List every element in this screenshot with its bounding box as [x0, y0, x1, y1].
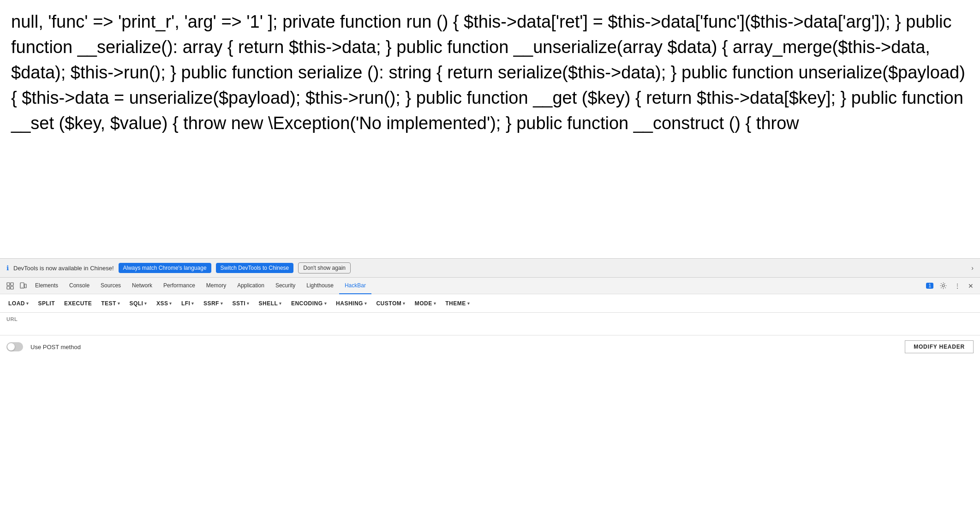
tab-network[interactable]: Network [126, 278, 158, 294]
code-text: null, 'func' => 'print_r', 'arg' => '1' … [11, 9, 969, 136]
url-label: URL [6, 316, 974, 322]
hackbar-sqli-button[interactable]: SQLI▾ [125, 298, 152, 309]
issues-badge: 1 [926, 283, 933, 289]
svg-rect-5 [24, 284, 26, 288]
devtools-tabs-bar: ElementsConsoleSourcesNetworkPerformance… [0, 278, 980, 294]
hackbar-lfi-button[interactable]: LFI▾ [177, 298, 199, 309]
svg-rect-1 [11, 283, 13, 285]
hackbar-mode-button[interactable]: MODE▾ [410, 298, 441, 309]
hackbar-execute-button[interactable]: EXECUTE [60, 298, 96, 309]
tab-console[interactable]: Console [64, 278, 95, 294]
svg-rect-2 [7, 286, 10, 289]
url-section: URL [0, 313, 980, 335]
tab-application[interactable]: Application [232, 278, 270, 294]
more-options-icon[interactable]: ⋮ [951, 280, 963, 291]
hackbar-theme-button[interactable]: THEME▾ [441, 298, 474, 309]
settings-icon[interactable] [937, 280, 950, 291]
svg-rect-3 [11, 286, 13, 289]
hackbar-ssti-button[interactable]: SSTI▾ [227, 298, 254, 309]
hackbar-encoding-button[interactable]: ENCODING▾ [287, 298, 331, 309]
hackbar-custom-button[interactable]: CUSTOM▾ [371, 298, 410, 309]
post-method-toggle[interactable] [6, 342, 23, 351]
info-icon: ℹ [6, 264, 9, 272]
inspect-element-icon[interactable] [4, 280, 17, 291]
hackbar-ssrf-button[interactable]: SSRF▾ [199, 298, 228, 309]
devtools-tabs-right: 1 ⋮ ✕ [926, 280, 976, 291]
post-method-label: Use POST method [30, 344, 81, 351]
svg-point-6 [22, 287, 23, 288]
tab-performance[interactable]: Performance [158, 278, 201, 294]
tab-lighthouse[interactable]: Lighthouse [301, 278, 339, 294]
devtools-tab-list: ElementsConsoleSourcesNetworkPerformance… [30, 278, 371, 294]
tab-security[interactable]: Security [270, 278, 301, 294]
svg-point-7 [942, 285, 944, 287]
always-match-language-button[interactable]: Always match Chrome's language [119, 263, 211, 273]
dont-show-again-button[interactable]: Don't show again [298, 262, 351, 273]
hackbar-test-button[interactable]: TEST▾ [96, 298, 125, 309]
tab-elements[interactable]: Elements [30, 278, 64, 294]
svg-rect-0 [7, 283, 10, 285]
hackbar-load-button[interactable]: LOAD▾ [4, 298, 34, 309]
devtools-notification-bar: ℹ DevTools is now available in Chinese! … [0, 258, 980, 278]
notification-text: DevTools is now available in Chinese! [13, 265, 114, 272]
hackbar-shell-button[interactable]: SHELL▾ [254, 298, 287, 309]
hackbar-toolbar: LOAD▾SPLITEXECUTETEST▾SQLI▾XSS▾LFI▾SSRF▾… [0, 294, 980, 313]
toggle-knob [7, 343, 15, 351]
modify-header-button[interactable]: MODIFY HEADER [905, 340, 974, 353]
url-input[interactable] [6, 324, 974, 332]
switch-devtools-language-button[interactable]: Switch DevTools to Chinese [216, 263, 294, 273]
close-devtools-icon[interactable]: ✕ [965, 280, 976, 291]
hackbar-xss-button[interactable]: XSS▾ [152, 298, 177, 309]
page-content: null, 'func' => 'print_r', 'arg' => '1' … [0, 0, 980, 258]
tab-hackbar[interactable]: HackBar [339, 278, 371, 294]
hackbar-hashing-button[interactable]: HASHING▾ [331, 298, 371, 309]
collapse-icon[interactable]: › [971, 264, 974, 272]
hackbar-split-button[interactable]: SPLIT [34, 298, 60, 309]
tab-sources[interactable]: Sources [95, 278, 126, 294]
tab-memory[interactable]: Memory [201, 278, 232, 294]
device-toolbar-icon[interactable] [17, 280, 30, 291]
bottom-bar: Use POST method MODIFY HEADER [0, 335, 980, 358]
